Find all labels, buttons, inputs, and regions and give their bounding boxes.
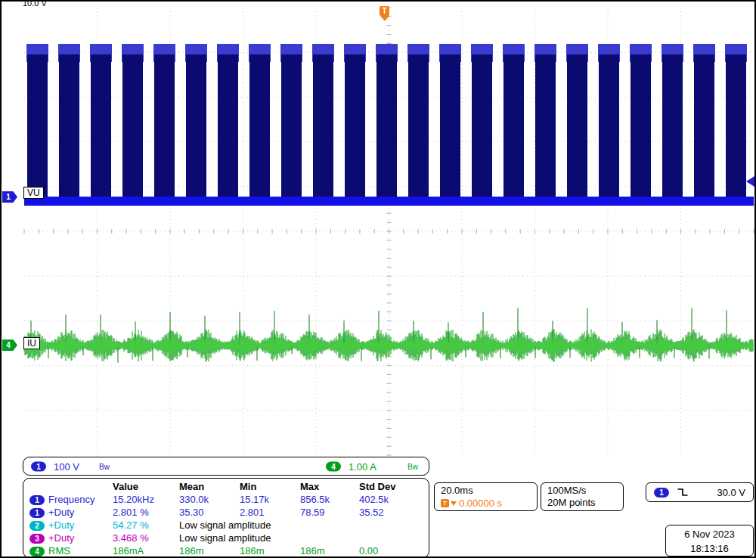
trigger-position-marker[interactable]: T xyxy=(380,6,389,21)
measurement-name-cell: 1+Duty xyxy=(23,506,113,519)
clipped-scale-readout: 10.0 V xyxy=(23,0,47,8)
horizontal-readout[interactable]: 20.0ms T 0.00000 s xyxy=(434,482,538,511)
measurement-value-cell: 186mA xyxy=(113,544,179,557)
oscilloscope-screen: 10.0 V T 1 VU 4 IU 1 100 V Bw 4 1.00 A B… xyxy=(0,0,756,558)
measurement-min-cell: 2.801 xyxy=(240,506,300,519)
ch4-scale-readout: 1.00 A xyxy=(349,460,376,472)
ch1-waveform-label: VU xyxy=(23,187,44,199)
down-arrow-icon xyxy=(451,501,457,506)
measurement-note-cell: Low signal amplitude xyxy=(179,519,424,532)
measurement-name-cell: 1Frequency xyxy=(23,493,113,506)
measurement-mean-cell: 35.30 xyxy=(179,506,240,519)
date-text: 6 Nov 2023 xyxy=(666,527,753,541)
ch1-badge: 1 xyxy=(29,508,45,518)
col-header-empty xyxy=(23,480,113,493)
measurement-table: Value Mean Min Max Std Dev 1Frequency 15… xyxy=(23,478,429,558)
ch4-bandwidth-icon: Bw xyxy=(407,462,418,470)
measurement-name-cell: 2+Duty xyxy=(23,519,113,532)
trigger-position-row: T 0.00000 s xyxy=(441,498,531,509)
trigger-readout[interactable]: 1 30.0 V xyxy=(646,482,754,502)
measurement-value-cell: 54.27 % xyxy=(113,519,179,532)
measurement-row: 4RMS 186mA 186m 186m 186m 0.00 xyxy=(23,544,429,557)
measurement-name: Frequency xyxy=(48,494,94,505)
col-header-mean: Mean xyxy=(179,480,240,493)
ch4-badge: 4 xyxy=(29,547,45,556)
measurement-max-cell: 186m xyxy=(300,544,359,557)
measurement-name: +Duty xyxy=(48,507,74,518)
measurement-name: +Duty xyxy=(48,519,74,531)
channel-readout-bar[interactable]: 1 100 V Bw 4 1.00 A Bw xyxy=(23,457,429,476)
trigger-down-arrow-icon xyxy=(380,16,389,21)
ch1-badge: 1 xyxy=(29,495,45,505)
measurement-max-cell: 78.59 xyxy=(300,506,359,519)
ch2-badge: 2 xyxy=(29,521,45,531)
measurement-row: 3+Duty 3.468 % Low signal amplitude xyxy=(23,532,429,544)
record-length-readout: 20M points xyxy=(547,497,617,509)
ch1-badge[interactable]: 1 xyxy=(31,461,46,471)
trigger-t-icon: T xyxy=(380,6,389,16)
col-header-max: Max xyxy=(300,480,359,493)
measurement-mean-cell: 186m xyxy=(179,544,240,557)
graticule-waveform-display xyxy=(2,2,756,459)
measurement-row: 1Frequency 15.20kHz 330.0k 15.17k 856.5k… xyxy=(23,493,429,506)
measurement-value-cell: 2.801 % xyxy=(113,506,179,519)
measurement-name-cell: 3+Duty xyxy=(23,532,113,544)
ch1-scale-readout: 100 V xyxy=(54,460,79,472)
measurement-name-cell: 4RMS xyxy=(23,544,113,557)
col-header-stddev: Std Dev xyxy=(359,480,424,493)
measurement-mean-cell: 330.0k xyxy=(179,493,240,506)
measurement-name: +Duty xyxy=(48,532,74,544)
timebase-readout: 20.0ms xyxy=(441,485,531,496)
time-text: 18:13:16 xyxy=(666,541,753,556)
col-header-value: Value xyxy=(113,480,179,493)
measurement-stddev-cell: 0.00 xyxy=(359,544,424,557)
measurement-min-cell: 15.17k xyxy=(240,493,300,506)
ch1-bandwidth-icon: Bw xyxy=(99,462,110,470)
measurement-header-row: Value Mean Min Max Std Dev xyxy=(23,480,429,493)
trigger-t-icon: T xyxy=(441,499,449,507)
measurement-min-cell: 186m xyxy=(240,544,300,557)
sample-rate-readout: 100MS/s xyxy=(547,485,617,497)
measurement-row: 1+Duty 2.801 % 35.30 2.801 78.59 35.52 xyxy=(23,506,429,519)
measurement-row: 2+Duty 54.27 % Low signal amplitude xyxy=(23,519,429,532)
trigger-position-readout: 0.00000 s xyxy=(459,498,502,509)
measurement-name: RMS xyxy=(48,545,70,556)
ch4-badge[interactable]: 4 xyxy=(326,461,341,471)
datetime-display: 6 Nov 2023 18:13:16 xyxy=(665,525,754,556)
measurement-note-cell: Low signal amplitude xyxy=(179,532,424,544)
measurement-value-cell: 15.20kHz xyxy=(113,493,179,506)
measurement-stddev-cell: 402.5k xyxy=(359,493,424,506)
measurement-value-cell: 3.468 % xyxy=(113,532,179,544)
acquisition-readout[interactable]: 100MS/s 20M points xyxy=(541,482,624,511)
falling-edge-icon xyxy=(677,487,689,498)
measurement-max-cell: 856.5k xyxy=(300,493,359,506)
trigger-level-marker-icon[interactable] xyxy=(746,176,754,187)
col-header-min: Min xyxy=(240,480,300,493)
measurement-stddev-cell: 35.52 xyxy=(359,506,424,519)
trigger-level-readout: 30.0 V xyxy=(717,487,745,498)
ch4-waveform-label: IU xyxy=(23,337,40,349)
trigger-source-badge: 1 xyxy=(654,488,669,498)
ch3-badge: 3 xyxy=(29,534,45,544)
